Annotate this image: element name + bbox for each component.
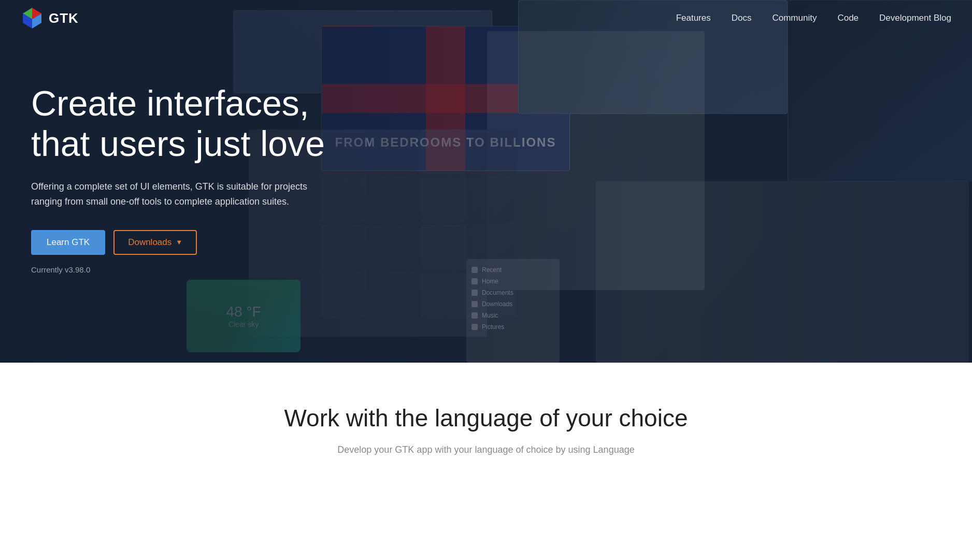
hero-content: Create interfaces, that users just love … (0, 0, 363, 274)
hero-title-line2: that users just love (31, 124, 325, 163)
logo[interactable]: GTK (21, 7, 79, 30)
logo-text: GTK (49, 10, 79, 26)
navbar: GTK Features Docs Community Code Develop… (0, 0, 972, 36)
hero-title: Create interfaces, that users just love (31, 83, 332, 164)
section-language-title: Work with the language of your choice (31, 404, 941, 432)
hero-description: Offering a complete set of UI elements, … (31, 179, 332, 209)
hero-buttons: Learn GTK Downloads ▼ (31, 230, 332, 255)
nav-link-dev-blog[interactable]: Development Blog (879, 13, 951, 23)
nav-link-features[interactable]: Features (676, 13, 711, 23)
hero-title-line1: Create interfaces, (31, 83, 309, 123)
hero-section: FROM BEDROOMS TO BILLIONS (0, 0, 972, 363)
nav-link-code[interactable]: Code (837, 13, 859, 23)
language-section: Work with the language of your choice De… (0, 363, 972, 489)
version-text: Currently v3.98.0 (31, 265, 332, 274)
nav-link-community[interactable]: Community (772, 13, 817, 23)
section-language-description: Develop your GTK app with your language … (305, 442, 667, 457)
nav-links: Features Docs Community Code Development… (676, 13, 951, 23)
logo-icon (21, 7, 44, 30)
nav-link-docs[interactable]: Docs (732, 13, 752, 23)
downloads-button[interactable]: Downloads ▼ (113, 230, 197, 255)
learn-gtk-button[interactable]: Learn GTK (31, 230, 105, 255)
downloads-label: Downloads (128, 237, 171, 248)
dropdown-arrow-icon: ▼ (176, 238, 182, 246)
